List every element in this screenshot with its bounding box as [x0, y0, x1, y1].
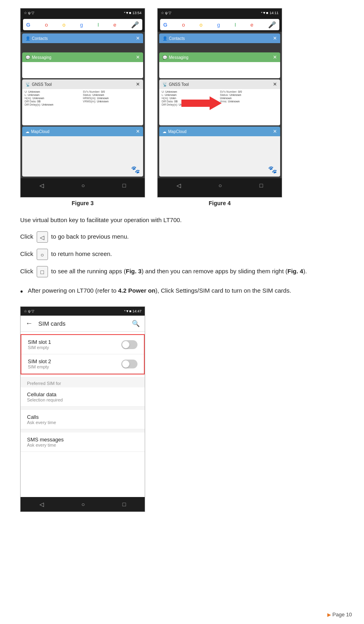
- mapcloud-card-fig4: ☁ MapCloud ✕ 🐾: [159, 127, 280, 177]
- sim-search-icon[interactable]: 🔍: [132, 320, 140, 327]
- figures-row: ☆ ψ ▽ *▼■ 13:54 G o o g l e 🎤: [20, 8, 344, 206]
- sim-status-bar: ☆ ψ ▽ *▼■ 14:47: [21, 307, 145, 316]
- sim-back-button[interactable]: ←: [25, 319, 33, 328]
- google-bar-fig3: G o o g l e 🎤: [23, 19, 142, 30]
- sim-calls[interactable]: Calls Ask every time: [21, 410, 145, 429]
- para-home: Click ○ to return home screen.: [20, 248, 344, 260]
- back-icon: ◁: [37, 231, 48, 243]
- page-number: Page 10: [333, 612, 352, 618]
- gnss-card-fig3: 📡 GNSS Tool ✕ U: Unknown SV's Number: 0/…: [22, 79, 143, 125]
- nav-bar-fig4: ◁ ○ □: [158, 178, 282, 193]
- figure3-screen: ☆ ψ ▽ *▼■ 13:54 G o o g l e 🎤: [20, 8, 145, 198]
- sim-screen-title: SIM cards: [38, 320, 126, 327]
- para-intro: Use virtual button key to facilitate you…: [20, 214, 344, 225]
- bullet-dot: •: [20, 285, 23, 298]
- sim-phone-screen: ☆ ψ ▽ *▼■ 14:47 ← SIM cards 🔍 SIM slot 1…: [20, 306, 145, 512]
- page-footer: ▶ Page 10: [327, 612, 352, 618]
- mapcloud-card-fig3: ☁ MapCloud ✕ 🐾: [22, 127, 143, 177]
- para-apps: Click □ to see all the running apps (Fig…: [20, 266, 344, 277]
- status-bar-fig4: ☆ ψ ▽ *▼■ 14:11: [158, 8, 282, 17]
- figure4-caption: Figure 4: [209, 200, 231, 206]
- sim-top-bar: ← SIM cards 🔍: [21, 316, 145, 332]
- sim-slot-1: SIM slot 1 SIM empty: [21, 335, 144, 354]
- gnss-body-fig3: U: Unknown SV's Number: 0/0 L: Unknown S…: [22, 89, 143, 125]
- figure3-caption: Figure 3: [72, 200, 94, 206]
- apps-area-fig3: 👤 Contacts ✕ 💬 Messaging: [21, 32, 145, 178]
- body-text: Use virtual button key to facilitate you…: [20, 214, 344, 277]
- apps-icon: □: [37, 266, 48, 277]
- sim-section-label: Preferred SIM for: [21, 377, 145, 387]
- sim-slots-highlight: SIM slot 1 SIM empty SIM slot 2 SIM empt…: [21, 334, 145, 374]
- google-bar-fig4: G o o g l e 🎤: [160, 19, 279, 30]
- figure3-block: ☆ ψ ▽ *▼■ 13:54 G o o g l e 🎤: [20, 8, 145, 206]
- sim-cellular-data[interactable]: Cellular data Selection required: [21, 387, 145, 407]
- contacts-card-fig4: 👤 Contacts ✕: [159, 33, 280, 51]
- gnss-body-fig4: U: Unknown SV's Number: 0/0 L: Unknown S…: [159, 89, 280, 125]
- figure4-block: ☆ ψ ▽ *▼■ 14:11 G o o g l e 🎤: [157, 8, 282, 206]
- messaging-card-fig4: 💬 Messaging ✕: [159, 52, 280, 78]
- apps-area-fig4: 👤 Contacts ✕ 💬 Messaging: [158, 32, 282, 178]
- sim-slot-1-toggle[interactable]: [121, 340, 137, 349]
- sim-sms[interactable]: SMS messages Ask every time: [21, 433, 145, 452]
- status-bar-fig3: ☆ ψ ▽ *▼■ 13:54: [21, 8, 145, 17]
- messaging-card-fig3: 💬 Messaging ✕: [22, 52, 143, 78]
- svg-marker-0: [181, 96, 222, 110]
- nav-bar-fig3: ◁ ○ □: [21, 178, 145, 193]
- sim-nav-bar: ◁ ○ □: [21, 497, 145, 512]
- sim-slot-2: SIM slot 2 SIM empty: [21, 354, 144, 374]
- home-icon: ○: [37, 249, 48, 260]
- gnss-card-fig4: 📡 GNSS Tool ✕ U: Unknown SV's Number: 0/…: [159, 79, 280, 125]
- bullet-section: • After powering on LT700 (refer to 4.2 …: [20, 285, 344, 298]
- sim-slot-2-toggle[interactable]: [121, 360, 137, 368]
- footer-arrow-icon: ▶: [327, 612, 331, 618]
- para-back: Click ◁ to go back to previous menu.: [20, 231, 344, 243]
- bullet-text: After powering on LT700 (refer to 4.2 Po…: [28, 285, 291, 296]
- red-arrow-icon: [181, 96, 222, 110]
- contacts-card-fig3: 👤 Contacts ✕: [22, 33, 143, 51]
- figure4-screen: ☆ ψ ▽ *▼■ 14:11 G o o g l e 🎤: [157, 8, 282, 198]
